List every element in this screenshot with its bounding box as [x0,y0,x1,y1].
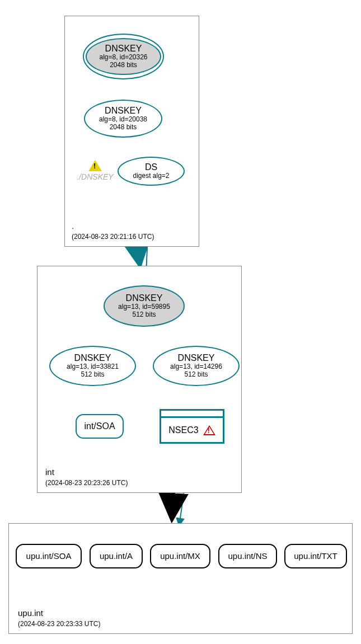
node-upu-txt: upu.int/TXT [284,544,347,568]
node-root-warning-label: ./DNSKEY [77,172,113,181]
node-int-soa-label: int/SOA [84,421,115,431]
zone-upu-time: (2024-08-23 20:23:33 UTC) [18,620,100,628]
node-int-zsk1-l3: 512 bits [81,371,104,379]
node-upu-mx-label: upu.int/MX [160,551,200,561]
zone-upu-label: upu.int [18,608,43,618]
node-int-zsk1: DNSKEY alg=13, id=33821 512 bits [49,346,136,386]
zone-upu: upu.int (2024-08-23 20:23:33 UTC) [8,523,353,634]
zone-root-time: (2024-08-23 20:21:16 UTC) [72,233,154,241]
node-root-ds-l2: digest alg=2 [133,172,169,180]
node-int-ksk-l2: alg=13, id=59895 [118,303,170,311]
error-icon [203,425,215,435]
node-root-ksk-l3: 2048 bits [110,62,137,69]
node-root-zsk: DNSKEY alg=8, id=20038 2048 bits [84,100,162,138]
warning-icon [88,160,102,171]
node-int-ksk-title: DNSKEY [126,293,163,303]
node-upu-ns: upu.int/NS [218,544,277,568]
node-root-zsk-l2: alg=8, id=20038 [99,116,147,124]
node-int-zsk1-title: DNSKEY [74,353,111,363]
zone-int-time: (2024-08-23 20:23:26 UTC) [45,479,128,487]
node-int-zsk2-l3: 512 bits [184,371,208,379]
zone-root-label: . [72,221,74,231]
node-root-ksk: DNSKEY alg=8, id=20326 2048 bits [83,34,164,79]
node-int-nsec3-label: NSEC3 [168,425,198,435]
node-int-zsk2-title: DNSKEY [178,353,215,363]
zone-int-label: int [45,467,54,477]
node-root-warning: ./DNSKEY [73,160,118,181]
node-upu-ns-label: upu.int/NS [228,551,267,561]
node-root-zsk-l3: 2048 bits [110,124,137,131]
node-int-nsec3: NSEC3 [160,409,224,444]
node-upu-a: upu.int/A [90,544,143,568]
node-upu-soa: upu.int/SOA [16,544,82,568]
node-root-ds-title: DS [145,162,157,172]
node-upu-a-label: upu.int/A [100,551,133,561]
node-int-ksk: DNSKEY alg=13, id=59895 512 bits [104,285,185,327]
node-upu-soa-label: upu.int/SOA [26,551,72,561]
node-root-ksk-title: DNSKEY [105,44,142,54]
node-int-ksk-l3: 512 bits [132,311,156,319]
node-int-zsk2-l2: alg=13, id=14296 [170,363,222,371]
node-int-zsk2: DNSKEY alg=13, id=14296 512 bits [153,346,240,386]
node-int-zsk1-l2: alg=13, id=33821 [67,363,119,371]
node-upu-txt-label: upu.int/TXT [294,551,337,561]
node-root-ksk-l2: alg=8, id=20326 [99,54,147,62]
node-root-zsk-title: DNSKEY [105,106,142,116]
node-upu-mx: upu.int/MX [150,544,210,568]
node-int-soa: int/SOA [76,414,124,439]
node-root-ds: DS digest alg=2 [118,157,185,186]
